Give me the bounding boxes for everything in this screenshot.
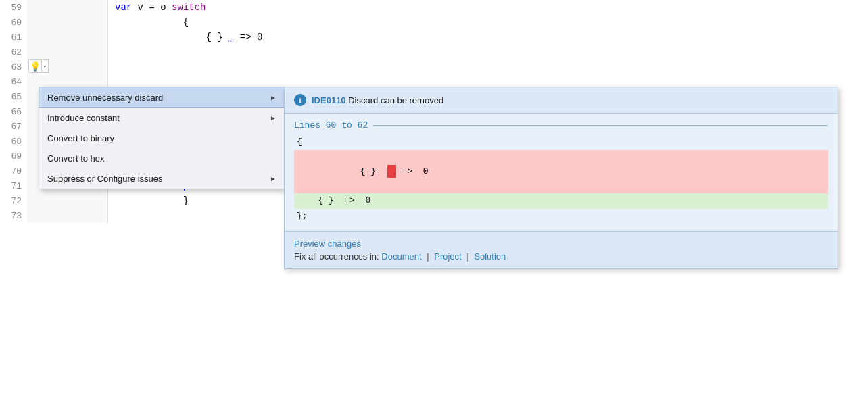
line-number-68: 68 — [0, 137, 27, 147]
project-link[interactable]: Project — [434, 251, 461, 262]
fix-label: Fix all occurrences in: — [294, 251, 379, 262]
line-number-64: 64 — [0, 77, 27, 87]
menu-item-label: Convert to hex — [47, 153, 105, 164]
menu-item-label: Introduce constant — [47, 113, 120, 123]
lightbulb-container: 💡 ▾ — [28, 59, 49, 73]
preview-line-removed: { } _ => 0 — [294, 150, 828, 193]
code-line-60: 60 { — [0, 15, 868, 30]
info-icon: i — [294, 94, 306, 106]
popup-header: i IDE0110 Discard can be removed — [285, 87, 838, 114]
chevron-down-icon: ▾ — [43, 63, 47, 70]
code-line-59: 59 var v = o switch — [0, 0, 868, 15]
preview-changes-link[interactable]: Preview changes — [294, 239, 361, 249]
menu-item-remove-discard[interactable]: Remove unnecessary discard ► — [39, 87, 285, 107]
line-number-63: 63 — [0, 62, 27, 72]
line-content-60: { — [108, 17, 189, 28]
menu-item-convert-binary[interactable]: Convert to binary — [39, 128, 285, 148]
submenu-arrow-icon: ► — [270, 114, 276, 122]
ide-code: IDE0110 — [312, 95, 346, 105]
popup-body: Lines 60 to 62 { { } _ => 0 { } => 0 }; — [285, 114, 838, 231]
menu-item-convert-hex[interactable]: Convert to hex — [39, 148, 285, 168]
line-number-72: 72 — [0, 196, 27, 206]
line-number-67: 67 — [0, 122, 27, 132]
code-line-63: 63 — [0, 59, 868, 74]
code-line-61: 61 { } _ => 0 — [0, 30, 868, 45]
document-link[interactable]: Document — [381, 251, 421, 262]
line-number-62: 62 — [0, 47, 27, 57]
context-menu: Remove unnecessary discard ► Introduce c… — [39, 87, 285, 189]
submenu-arrow-icon: ► — [270, 94, 276, 101]
lightbulb-icon: 💡 — [30, 61, 41, 72]
line-number-60: 60 — [0, 18, 27, 28]
popup-footer: Preview changes Fix all occurrences in: … — [285, 231, 838, 268]
menu-item-introduce-constant[interactable]: Introduce constant ► — [39, 107, 285, 128]
lines-range-label: Lines 60 to 62 — [294, 120, 828, 130]
line-content-59: var v = o switch — [108, 2, 206, 13]
popup-header-text: IDE0110 Discard can be removed — [312, 95, 443, 105]
menu-item-suppress-configure[interactable]: Suppress or Configure issues ► — [39, 168, 285, 189]
preview-line-close: }; — [294, 209, 828, 224]
line-number-65: 65 — [0, 92, 27, 102]
preview-line-added: { } => 0 — [294, 193, 828, 209]
separator-2: | — [466, 251, 471, 262]
discard-highlight: _ — [387, 165, 396, 178]
lightbulb-button[interactable]: 💡 — [28, 59, 42, 73]
line-number-69: 69 — [0, 151, 27, 162]
popup-panel: i IDE0110 Discard can be removed Lines 6… — [284, 87, 838, 269]
separator-1: | — [427, 251, 431, 262]
popup-description: Discard can be removed — [348, 95, 443, 105]
line-number-70: 70 — [0, 166, 27, 176]
line-number-59: 59 — [0, 3, 27, 13]
line-number-71: 71 — [0, 181, 27, 191]
code-preview: { { } _ => 0 { } => 0 }; — [294, 134, 828, 224]
menu-item-label: Convert to binary — [47, 133, 114, 143]
code-line-62: 62 — [0, 45, 868, 59]
line-number-66: 66 — [0, 107, 27, 117]
line-number-61: 61 — [0, 32, 27, 43]
menu-item-label: Remove unnecessary discard — [47, 93, 163, 103]
lightbulb-dropdown-button[interactable]: ▾ — [42, 59, 49, 73]
menu-item-label: Suppress or Configure issues — [47, 174, 163, 184]
preview-line-brace-open: { — [294, 134, 828, 150]
line-content-61: { } _ => 0 — [108, 32, 262, 43]
line-number-73: 73 — [0, 211, 27, 221]
submenu-arrow-icon: ► — [270, 175, 276, 182]
line-content-72: } — [108, 195, 189, 206]
solution-link[interactable]: Solution — [474, 251, 506, 262]
fix-all-occurrences-line: Fix all occurrences in: Document | Proje… — [294, 251, 828, 262]
